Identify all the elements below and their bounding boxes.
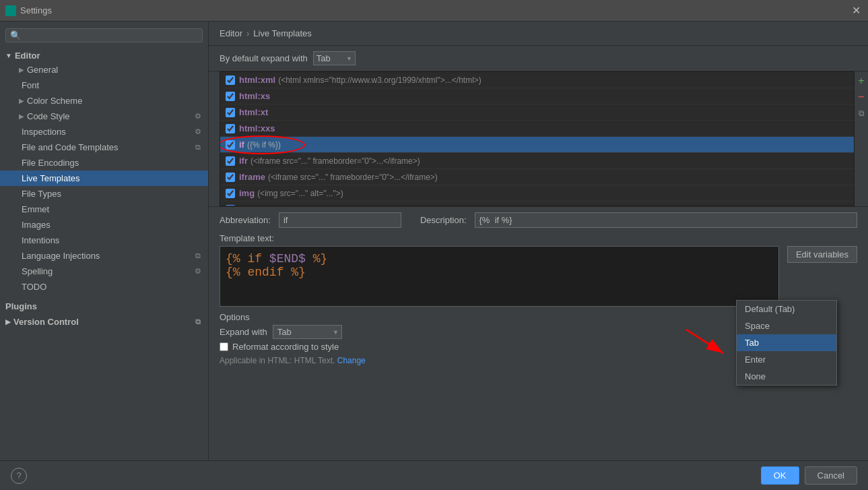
editor-arrow: ▼ [5, 52, 12, 59]
sidebar-item-label: Language Injections [22, 251, 100, 261]
template-desc: (<html xmlns="http://www.w3.org/1999/xht… [278, 75, 481, 85]
cancel-button[interactable]: Cancel [805, 466, 857, 485]
window-title: Settings [20, 5, 849, 16]
template-row[interactable]: html:xt [220, 104, 854, 121]
expand-select[interactable]: Tab Space Enter None [313, 51, 356, 65]
sidebar-item-file-encodings[interactable]: File Encodings [0, 155, 208, 171]
change-link[interactable]: Change [337, 356, 366, 365]
sidebar-gear-icon[interactable]: ⚙ [193, 127, 203, 137]
sidebar-copy2-icon[interactable]: ⧉ [193, 251, 203, 261]
dropdown-item-tab[interactable]: Tab [737, 334, 836, 351]
sidebar-item-label: Emmet [22, 204, 49, 214]
sidebar-item-code-style[interactable]: ▶ Code Style ⚙ [0, 109, 208, 124]
template-name: html:xxs [239, 123, 275, 133]
template-name-if: if [239, 140, 244, 150]
add-template-button[interactable]: + [855, 74, 868, 88]
template-checkbox[interactable] [226, 173, 235, 182]
sidebar-item-label: Plugins [5, 301, 37, 311]
sidebar-item-images[interactable]: Images [0, 217, 208, 233]
template-checkbox[interactable] [226, 205, 235, 207]
sidebar-item-version-control[interactable]: ▶ Version Control ⧉ [0, 313, 208, 328]
edit-variables-button[interactable]: Edit variables [787, 246, 857, 263]
template-name: img [239, 188, 255, 198]
expand-select-wrapper[interactable]: Tab Space Enter None [313, 51, 356, 65]
template-checkbox[interactable] [226, 156, 235, 166]
template-row[interactable]: img (<img src="..." alt="...">) [220, 185, 854, 202]
content-area: Editor › Live Templates By default expan… [209, 22, 868, 460]
copy-template-button[interactable]: ⧉ [855, 106, 868, 120]
expand-with-select-wrapper[interactable]: Default (Tab) Space Tab Enter None [273, 325, 342, 339]
template-row[interactable]: ifr (<iframe src="..." frameborder="0">.… [220, 153, 854, 169]
general-arrow: ▶ [19, 66, 24, 73]
sidebar-item-emmet[interactable]: Emmet [0, 202, 208, 217]
sidebar-item-label: Color Scheme [27, 96, 82, 106]
template-checkbox[interactable] [226, 75, 235, 85]
template-row[interactable]: html:xml (<html xmlns="http://www.w3.org… [220, 72, 854, 88]
sidebar-item-live-templates[interactable]: Live Templates [0, 171, 208, 186]
sidebar-item-label: File Types [22, 189, 61, 199]
sidebar-item-language-injections[interactable]: Language Injections ⧉ [0, 248, 208, 264]
template-list-area: html:xml (<html xmlns="http://www.w3.org… [209, 71, 868, 206]
template-row[interactable]: html:xs [220, 88, 854, 104]
template-body[interactable]: {% if $END$ %} {% endif %} [220, 246, 779, 307]
sidebar-item-spelling[interactable]: Spelling ⚙ [0, 264, 208, 279]
sidebar-item-font[interactable]: Font [0, 78, 208, 93]
ok-button[interactable]: OK [761, 466, 799, 485]
sidebar-item-general[interactable]: ▶ General [0, 62, 208, 78]
template-name: html:xt [239, 107, 268, 117]
sidebar-item-inspections[interactable]: Inspections ⚙ [0, 124, 208, 140]
sidebar-item-label: Live Templates [22, 173, 79, 183]
expand-with-dropdown: Default (Tab) Space Tab Enter None [736, 300, 837, 386]
template-checkbox[interactable] [226, 108, 235, 117]
sidebar-item-label: Images [22, 220, 51, 230]
breadcrumb-separator: › [246, 28, 249, 38]
sidebar-item-todo[interactable]: TODO [0, 279, 208, 295]
breadcrumb: Editor › Live Templates [209, 22, 868, 46]
template-checkbox[interactable] [226, 189, 235, 198]
help-button[interactable]: ? [11, 468, 27, 484]
template-checkbox[interactable] [226, 124, 235, 133]
dropdown-item-enter[interactable]: Enter [737, 351, 836, 368]
remove-template-button[interactable]: − [855, 90, 868, 104]
template-row-if[interactable]: if ({% if %}) [220, 137, 854, 153]
vc-arrow: ▶ [5, 318, 11, 326]
sidebar-item-editor[interactable]: ▼ Editor [0, 47, 208, 62]
sidebar-copy-icon[interactable]: ⧉ [193, 143, 203, 152]
description-input[interactable] [475, 212, 857, 228]
template-desc: (<img src="..." alt="...">) [257, 189, 343, 198]
search-box[interactable]: 🔍 [5, 28, 203, 42]
sidebar-item-plugins[interactable]: Plugins [0, 297, 208, 313]
sidebar-item-file-and-code-templates[interactable]: File and Code Templates ⧉ [0, 140, 208, 155]
template-name: ifr [239, 156, 248, 166]
fields-row: Abbreviation: Description: [220, 212, 857, 228]
template-checkbox[interactable] [226, 92, 235, 101]
search-input[interactable] [24, 31, 198, 40]
template-checkbox-if[interactable] [226, 140, 235, 150]
dropdown-item-default[interactable]: Default (Tab) [737, 301, 836, 317]
close-button[interactable]: ✕ [849, 4, 863, 18]
breadcrumb-live-templates: Live Templates [253, 28, 311, 38]
app-icon [5, 5, 16, 16]
sidebar-item-label: File and Code Templates [22, 142, 119, 152]
sidebar-item-intentions[interactable]: Intentions [0, 233, 208, 248]
abbreviation-input[interactable] [279, 212, 401, 228]
expand-with-select[interactable]: Default (Tab) Space Tab Enter None [273, 325, 342, 339]
template-row[interactable]: iframe (<iframe src="..." frameborder="0… [220, 169, 854, 185]
expand-with-row: Expand with Default (Tab) Space Tab Ente… [220, 325, 342, 339]
sidebar-settings-icon[interactable]: ⚙ [193, 112, 203, 121]
sidebar-item-color-scheme[interactable]: ▶ Color Scheme [0, 93, 208, 109]
sidebar-item-file-types[interactable]: File Types [0, 186, 208, 202]
sidebar-gear2-icon[interactable]: ⚙ [193, 267, 203, 276]
search-icon: 🔍 [10, 30, 21, 40]
template-row[interactable]: img:s (<img src="..." alt="..." srcset="… [220, 202, 854, 206]
template-row[interactable]: html:xxs [220, 121, 854, 137]
code-style-arrow: ▶ [19, 113, 24, 120]
description-label: Description: [420, 215, 467, 225]
sidebar-vc-icon[interactable]: ⧉ [193, 317, 203, 327]
template-name: iframe [239, 172, 265, 182]
dropdown-item-space[interactable]: Space [737, 317, 836, 334]
reformat-checkbox[interactable] [220, 342, 228, 351]
sidebar-item-label: Font [22, 80, 39, 90]
applicable-text: Applicable in HTML: HTML Text. [220, 356, 335, 365]
dropdown-item-none[interactable]: None [737, 368, 836, 385]
